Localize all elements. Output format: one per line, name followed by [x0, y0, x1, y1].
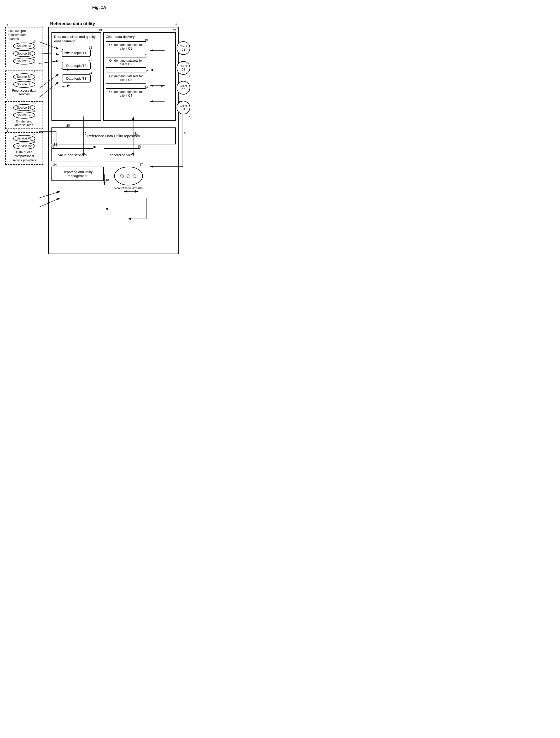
- client-c2-label: ClientC2: [180, 64, 187, 71]
- topic-t2-number: 23: [89, 58, 92, 62]
- top-boxes-row: 19 Data acquisition and quality enhancem…: [51, 32, 176, 121]
- client-c3-label: ClientC3: [180, 84, 187, 91]
- reporting-row: 34 Reporting and utility management 37 ☺…: [51, 166, 176, 191]
- licensed-label: Licensed pre-qualified datasources: [8, 29, 40, 41]
- ondemand-label: On demanddata sources: [8, 119, 40, 127]
- client-c1-label: ClientC1: [180, 45, 187, 51]
- repository-box: 20 Reference Data Utility repository: [51, 127, 176, 144]
- client-delivery-number: 21: [173, 28, 177, 32]
- datadriven-label: Data drivencomputationalservice provider…: [8, 150, 40, 163]
- left-panel: 2 Licensed pre-qualified datasources 10 …: [5, 27, 43, 165]
- topic-t1-box: 22 Data topic T1: [62, 49, 91, 57]
- client-c1: ClientC1 6: [177, 41, 190, 55]
- od-31-label: On demand datasets for client C2: [109, 59, 143, 66]
- source-s2: 11 Source S2: [13, 50, 35, 57]
- topic-t3-number: 24: [89, 71, 92, 75]
- rdu-outer-box: Reference data utility 1 19 Data acquisi…: [48, 27, 179, 254]
- source-group-number-1: 2: [6, 24, 9, 27]
- od-33-label: On demand datasets for client C4: [109, 90, 143, 97]
- client-c3-number: 8: [189, 94, 190, 98]
- general-services-box: 35 general services: [104, 148, 140, 161]
- value-add-box: 36 Value-add services: [51, 148, 93, 161]
- topic-t2-label: Data topic T2: [66, 64, 86, 68]
- od-30-number: 30: [145, 38, 148, 41]
- reporting-number: 34: [53, 163, 57, 166]
- source-s7: 15 Source S7: [13, 104, 35, 111]
- source-s5: 14 Source S5: [13, 81, 35, 88]
- od-box-30: 30 On demand datasets for client C1: [106, 41, 146, 52]
- od-box-33: 33 On demand datasets for client C4: [106, 88, 146, 99]
- client-c2-number: 7: [189, 74, 190, 78]
- od-31-number: 31: [145, 54, 148, 57]
- client-delivery-box: 21 Client data delivery 30 On demand dat…: [103, 32, 176, 121]
- repo-number: 20: [66, 124, 70, 127]
- topic-t2-box: 23 Data topic T2: [62, 62, 91, 70]
- client-c4-number: 9: [189, 114, 190, 117]
- source-group-free: 3 13 Source S4 14 Source S5 Free access …: [5, 70, 43, 98]
- client-delivery-title: Client data delivery: [106, 35, 173, 39]
- rdu-label: Reference data utility: [50, 21, 95, 26]
- service-v1: 17 Service V1: [13, 135, 35, 142]
- od-box-31: 31 On demand datasets for client C2: [106, 57, 146, 68]
- full-diagram: 39 38 41 40 42 2 Licensed pre-qualified …: [5, 13, 193, 269]
- reporting-label: Reporting and utility management: [55, 170, 100, 178]
- general-services-label: general services: [110, 153, 134, 157]
- data-acq-number: 19: [98, 28, 102, 32]
- source-group-licensed: 2 Licensed pre-qualified datasources 10 …: [5, 27, 43, 67]
- od-32-number: 32: [145, 69, 148, 73]
- od-30-label: On demand datasets for client C1: [109, 43, 143, 50]
- client-c4-label: ClientC4: [180, 104, 187, 111]
- data-acquisition-box: 19 Data acquisition and quality enhancem…: [51, 32, 101, 121]
- topic-t3-box: 24 Data topic T3: [62, 74, 91, 82]
- client-c4: ClientC4 9: [177, 101, 190, 114]
- client-c3: ClientC3 8: [177, 81, 190, 94]
- experts-number: 37: [140, 163, 143, 166]
- client-c2: ClientC2 7: [177, 61, 190, 75]
- source-group-ondemand: 4 15 Source S7 16 Source S8 On demanddat…: [5, 101, 43, 129]
- page: Fig. 1A: [5, 5, 193, 269]
- source-group-number-2: 3: [6, 67, 9, 70]
- service-v2: 18 Service V2: [13, 142, 35, 149]
- experts-label: Pool of topic experts: [114, 187, 143, 191]
- value-add-label: Value-add services: [58, 153, 87, 157]
- source-s8: 16 Source S8: [13, 112, 35, 118]
- od-33-number: 33: [145, 85, 148, 88]
- free-label: Free access data sources: [8, 89, 40, 96]
- source-s1: 10 Source S1: [13, 43, 35, 49]
- general-services-number: 35: [137, 145, 141, 148]
- fig-title: Fig. 1A: [5, 5, 193, 10]
- reporting-box: 34 Reporting and utility management: [51, 166, 104, 181]
- source-group-number-4: 5: [6, 129, 9, 132]
- client-c1-number: 6: [189, 55, 190, 58]
- source-group-number-3: 4: [6, 98, 9, 101]
- value-add-number: 36: [51, 145, 54, 148]
- bottom-section-row: 36 Value-add services 35 general service…: [51, 148, 176, 161]
- od-box-32: 32 On demand datasets for client C3: [106, 73, 146, 83]
- source-s4: 13 Source S4: [13, 73, 35, 80]
- rdu-number: 1: [175, 22, 177, 26]
- data-acq-title: Data acquisition and quality enhancement: [54, 35, 98, 44]
- od-32-label: On demand datasets for client C3: [109, 74, 143, 82]
- source-s3: 12 Source S3: [13, 58, 35, 64]
- od-boxes-container: 30 On demand datasets for client C1 Clie…: [106, 41, 173, 99]
- repo-label: Reference Data Utility repository: [87, 134, 140, 138]
- topic-t1-number: 22: [89, 46, 92, 49]
- topic-t3-label: Data topic T3: [66, 76, 86, 80]
- topic-t1-label: Data topic T1: [66, 51, 86, 55]
- svg-text:42: 42: [184, 131, 188, 135]
- experts-group: 37 ☺☺☺ Pool of topic experts: [114, 166, 143, 191]
- source-group-datadriven: 5 17 Service V1 18 Service V2 Data drive…: [5, 132, 43, 165]
- person-icons: ☺☺☺: [119, 172, 138, 179]
- experts-circle: ☺☺☺: [114, 166, 143, 186]
